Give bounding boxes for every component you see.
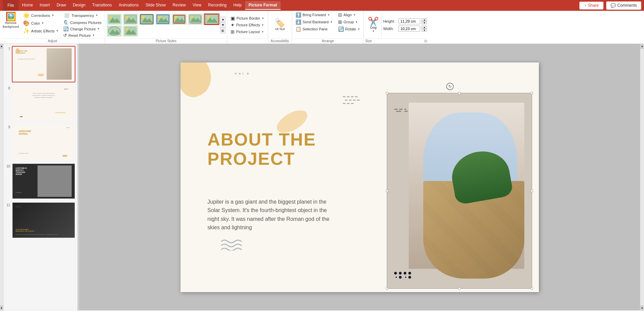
handle-bc[interactable]	[458, 287, 461, 290]
remove-background-button[interactable]: 🖼️ RemoveBackground	[1, 11, 20, 29]
accessibility-label: Accessibility	[271, 38, 289, 43]
slide-thumb-9[interactable]: 9 AWESOMEWORDS Lorem ipsum sit amet	[5, 123, 76, 161]
slide-num-10: 10	[5, 163, 10, 168]
svg-rect-39	[355, 96, 358, 97]
send-backward-button[interactable]: ⬇️ Send Backward ▼	[293, 19, 335, 25]
height-spinner[interactable]: ▲ ▼	[422, 18, 427, 24]
style-thumb-4[interactable]	[155, 14, 171, 25]
file-menu-item[interactable]: File	[3, 0, 19, 11]
menu-view[interactable]: View	[189, 1, 205, 10]
menu-home[interactable]: Home	[19, 1, 36, 10]
send-backward-dd: ▼	[330, 21, 333, 24]
send-backward-icon: ⬇️	[295, 19, 301, 25]
menu-draw[interactable]: Draw	[53, 1, 69, 10]
menu-slideshow[interactable]: Slide Show	[142, 1, 169, 10]
style-thumb-9[interactable]	[123, 25, 138, 37]
compress-pictures-button[interactable]: 🗜️ Compress Pictures	[61, 19, 103, 26]
group-icon: ⊞	[338, 19, 342, 25]
gallery-scroll: ▲ ▼ ⊞	[220, 17, 225, 33]
handle-tc[interactable]	[458, 92, 461, 95]
menu-design[interactable]: Design	[69, 1, 89, 10]
deco-dots-tl	[235, 73, 249, 75]
picture-border-button[interactable]: ▣ Picture Border ▼	[229, 15, 266, 22]
bring-forward-button[interactable]: ⬆️ Bring Forward ▼	[293, 11, 335, 18]
scroll-down-btn[interactable]: ▼	[0, 306, 3, 310]
corrections-button[interactable]: 🌟 Corrections ▼	[21, 11, 61, 19]
transparency-button[interactable]: ◻️ Transparency ▼	[61, 11, 103, 19]
change-picture-dd-icon: ▼	[97, 27, 100, 30]
align-button[interactable]: ⊟ Align ▼	[336, 11, 362, 18]
svg-rect-44	[343, 103, 345, 104]
left-scrollbar[interactable]: ▲ ▼	[0, 44, 3, 310]
right-scrollbar[interactable]: ▲ ▼	[640, 44, 644, 310]
crop-button[interactable]: ✂️ Crop ▼	[365, 11, 382, 38]
handle-ml[interactable]	[386, 189, 388, 192]
rotation-handle[interactable]: ↻	[446, 83, 454, 90]
gallery-more[interactable]: ⊞	[220, 28, 225, 33]
rotate-dd: ▼	[357, 28, 360, 31]
width-spin-up[interactable]: ▲	[422, 26, 427, 29]
style-thumb-7[interactable]	[204, 14, 219, 25]
menu-animations[interactable]: Animations	[115, 1, 142, 10]
size-expand-icon[interactable]: ⊡	[424, 39, 427, 43]
reset-picture-button[interactable]: ↺ Reset Picture ▼	[61, 32, 103, 38]
menu-review[interactable]: Review	[169, 1, 189, 10]
comments-button[interactable]: 💬 Comments	[606, 1, 641, 10]
group-dd: ▼	[355, 21, 358, 24]
svg-rect-41	[349, 100, 352, 101]
style-thumb-8[interactable]	[106, 25, 122, 37]
ribbon-group-arrange: ⬆️ Bring Forward ▼ ⬇️ Send Backward ▼ 📋 …	[292, 11, 364, 44]
height-spin-up[interactable]: ▲	[422, 18, 427, 21]
rotate-button[interactable]: 🔃 Rotate ▼	[336, 26, 362, 32]
svg-rect-38	[351, 96, 354, 97]
selected-picture[interactable]	[387, 93, 532, 289]
picture-layout-button[interactable]: ⊞ Picture Layout ▼	[229, 28, 266, 35]
right-scroll-down[interactable]: ▼	[640, 306, 644, 310]
handle-tr[interactable]	[530, 92, 533, 95]
gallery-scroll-up[interactable]: ▲	[220, 17, 225, 22]
slide-thumb-11[interactable]: 11 A PICTURE ALWAYSREINFORCES THE CONCEP…	[5, 201, 76, 239]
height-spin-down[interactable]: ▼	[422, 21, 427, 24]
handle-mr[interactable]	[530, 189, 533, 192]
ribbon-group-adjust: 🖼️ RemoveBackground 🌟 Corrections ▼ 🎨 Co…	[0, 11, 105, 44]
menu-picture-format[interactable]: Picture Format	[245, 1, 281, 10]
menu-transitions[interactable]: Transitions	[89, 1, 115, 10]
menu-recording[interactable]: Recording	[205, 1, 230, 10]
height-input[interactable]	[399, 18, 420, 24]
deco-dashes	[343, 96, 363, 124]
style-thumb-1[interactable]	[106, 14, 122, 25]
picture-layout-icon: ⊞	[231, 29, 235, 34]
right-scroll-up[interactable]: ▲	[640, 44, 644, 49]
svg-rect-46	[351, 103, 354, 104]
style-thumb-6[interactable]	[188, 14, 203, 25]
slide-canvas[interactable]: ABOUT THE PROJECT Jupiter is a gas giant…	[181, 62, 539, 292]
menu-insert[interactable]: Insert	[36, 1, 53, 10]
width-spinner[interactable]: ▲ ▼	[422, 26, 427, 32]
style-thumb-3[interactable]	[139, 14, 154, 25]
align-dd: ▼	[353, 14, 356, 17]
share-button[interactable]: ↑ Share	[579, 2, 603, 9]
slide-thumb-10[interactable]: 10 A PICTURE ISWORTH ATHOUSANDWORDS Lore…	[5, 162, 76, 200]
handle-br[interactable]	[530, 287, 533, 290]
alt-text-button[interactable]: 🏷️ Alt Text	[272, 18, 287, 32]
color-button[interactable]: 🎨 Color ▼	[21, 19, 61, 27]
selection-pane-button[interactable]: 📋 Selection Pane	[293, 26, 335, 32]
change-picture-button[interactable]: 🔄 Change Picture ▼	[61, 26, 103, 32]
width-input[interactable]	[399, 26, 420, 32]
transparency-dd-icon: ▼	[95, 14, 98, 17]
style-thumb-2[interactable]	[123, 14, 138, 25]
slide-thumb-8[interactable]: 8 "This is a quote, words full of wisdom…	[5, 84, 76, 122]
menu-help[interactable]: Help	[230, 1, 245, 10]
gallery-scroll-down[interactable]: ▼	[220, 22, 225, 28]
width-spin-down[interactable]: ▼	[422, 29, 427, 32]
artistic-effects-icon: ✨	[23, 28, 30, 34]
scroll-up-btn[interactable]: ▲	[0, 44, 3, 49]
artistic-effects-button[interactable]: ✨ Artistic Effects ▼	[21, 27, 61, 35]
slide-thumb-7[interactable]: 7 ABOUT THEPROJECT Lorem ipsum dolor sit…	[5, 45, 76, 83]
group-button[interactable]: ⊞ Group ▼	[336, 19, 362, 25]
handle-tl[interactable]	[386, 92, 388, 95]
slide-heading: ABOUT THE PROJECT	[208, 130, 343, 169]
style-thumb-5[interactable]	[171, 14, 187, 25]
handle-bl[interactable]	[386, 287, 388, 290]
picture-effects-button[interactable]: ✦ Picture Effects ▼	[229, 22, 266, 28]
